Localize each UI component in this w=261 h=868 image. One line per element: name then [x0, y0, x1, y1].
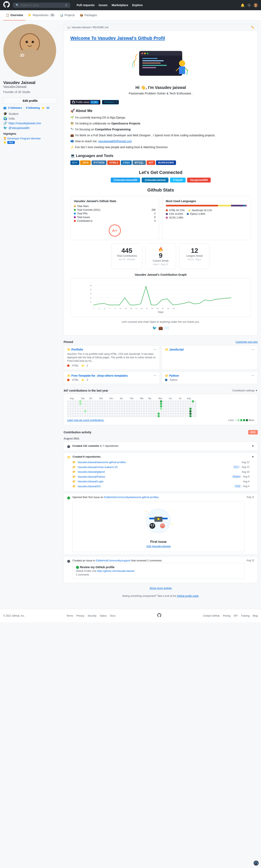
calendar-day[interactable]	[111, 405, 113, 407]
calendar-day[interactable]	[148, 408, 150, 410]
calendar-day[interactable]	[109, 408, 111, 410]
calendar-day[interactable]	[116, 405, 118, 407]
calendar-day[interactable]	[109, 403, 111, 405]
calendar-day[interactable]	[67, 408, 69, 410]
calendar-day[interactable]	[121, 405, 123, 407]
calendar-day[interactable]	[175, 408, 177, 410]
calendar-day[interactable]	[77, 408, 79, 410]
calendar-day[interactable]	[70, 400, 72, 402]
calendar-day[interactable]	[170, 400, 172, 402]
calendar-day[interactable]	[109, 413, 111, 415]
calendar-day[interactable]	[70, 415, 72, 417]
calendar-day[interactable]	[133, 410, 135, 412]
calendar-day[interactable]	[172, 408, 174, 410]
calendar-day[interactable]	[153, 405, 155, 407]
plus-icon[interactable]: ➕	[247, 3, 251, 7]
calendar-day[interactable]	[145, 400, 147, 402]
calendar-day[interactable]	[111, 413, 113, 415]
following-link[interactable]: 0 following	[26, 106, 40, 110]
calendar-day[interactable]	[94, 413, 96, 415]
calendar-day[interactable]	[70, 410, 72, 412]
calendar-day[interactable]	[99, 413, 101, 415]
calendar-day[interactable]	[138, 410, 140, 412]
calendar-day[interactable]	[123, 415, 125, 417]
repo-link-ds[interactable]: VasudevJaiswal/DS	[77, 485, 232, 488]
calendar-day[interactable]	[131, 415, 133, 417]
calendar-day[interactable]	[91, 403, 94, 405]
calendar-day[interactable]	[162, 403, 164, 405]
js-repo-name[interactable]: 📁 JavaScript	[165, 348, 184, 351]
calendar-day[interactable]	[141, 415, 143, 417]
calendar-day[interactable]	[170, 413, 172, 415]
calendar-day[interactable]	[79, 405, 81, 407]
calendar-day[interactable]	[128, 415, 130, 417]
tab-packages[interactable]: 📦 Packages	[77, 10, 99, 21]
calendar-day[interactable]	[153, 408, 155, 410]
calendar-day[interactable]	[118, 408, 120, 410]
calendar-day[interactable]	[84, 403, 86, 405]
calendar-day[interactable]	[180, 405, 182, 407]
calendar-day[interactable]	[118, 415, 120, 417]
repo-link-login[interactable]: VasudevJaiswal/Login	[77, 480, 241, 483]
calendar-day[interactable]	[67, 413, 69, 415]
calendar-day[interactable]	[97, 410, 99, 412]
calendar-day[interactable]	[97, 400, 99, 402]
calendar-day[interactable]	[192, 403, 194, 405]
calendar-day[interactable]	[109, 400, 111, 402]
calendar-day[interactable]	[79, 403, 81, 405]
calendar-day[interactable]	[136, 408, 138, 410]
calendar-day[interactable]	[121, 410, 123, 412]
kaggle-connect-badge[interactable]: V-VasuP	[170, 178, 185, 183]
calendar-day[interactable]	[123, 408, 125, 410]
calendar-day[interactable]	[101, 403, 103, 405]
calendar-day[interactable]	[150, 410, 152, 412]
calendar-day[interactable]	[94, 403, 96, 405]
calendar-day[interactable]	[106, 408, 108, 410]
calendar-day[interactable]	[153, 415, 155, 417]
calendar-day[interactable]	[97, 413, 99, 415]
calendar-day[interactable]	[126, 403, 128, 405]
learn-more-link[interactable]: Learn how we count contributions.	[67, 419, 104, 422]
calendar-day[interactable]	[175, 405, 177, 407]
calendar-day[interactable]	[153, 403, 155, 405]
calendar-day[interactable]	[97, 403, 99, 405]
calendar-day[interactable]	[180, 403, 182, 405]
calendar-day[interactable]	[101, 408, 103, 410]
calendar-day[interactable]	[84, 413, 86, 415]
calendar-day[interactable]	[155, 415, 157, 417]
calendar-day[interactable]	[99, 415, 101, 417]
show-more-link[interactable]: Show more activity	[149, 587, 172, 590]
calendar-day[interactable]	[185, 405, 187, 407]
twitter-connect-badge[interactable]: @VasudevJaiswal00	[111, 178, 140, 183]
search-input[interactable]	[21, 4, 63, 7]
calendar-day[interactable]	[167, 410, 170, 412]
calendar-day[interactable]	[74, 403, 76, 405]
calendar-day[interactable]	[84, 408, 86, 410]
calendar-day[interactable]	[94, 415, 96, 417]
calendar-day[interactable]	[84, 410, 86, 412]
calendar-day[interactable]	[72, 405, 74, 407]
calendar-day[interactable]	[175, 410, 177, 412]
footer-privacy[interactable]: Privacy	[76, 614, 84, 617]
calendar-day[interactable]	[194, 413, 196, 415]
calendar-day[interactable]	[136, 405, 138, 407]
calendar-day[interactable]	[70, 403, 72, 405]
calendar-day[interactable]	[116, 400, 118, 402]
calendar-day[interactable]	[109, 410, 111, 412]
calendar-day[interactable]	[175, 403, 177, 405]
repo-link-gitpost[interactable]: VasudevJaiswal/gitpost	[77, 470, 240, 473]
calendar-day[interactable]	[145, 408, 147, 410]
calendar-day[interactable]	[79, 413, 81, 415]
calendar-day[interactable]	[187, 408, 189, 410]
calendar-day[interactable]	[114, 403, 116, 405]
calendar-day[interactable]	[138, 405, 140, 407]
calendar-day[interactable]	[126, 415, 128, 417]
calendar-day[interactable]	[131, 408, 133, 410]
calendar-day[interactable]	[145, 405, 147, 407]
calendar-day[interactable]	[172, 410, 174, 412]
edit-profile-button[interactable]: Edit profile	[3, 98, 57, 104]
calendar-day[interactable]	[91, 400, 94, 402]
calendar-day[interactable]	[182, 405, 184, 407]
calendar-day[interactable]	[160, 413, 162, 415]
calendar-day[interactable]	[89, 408, 91, 410]
